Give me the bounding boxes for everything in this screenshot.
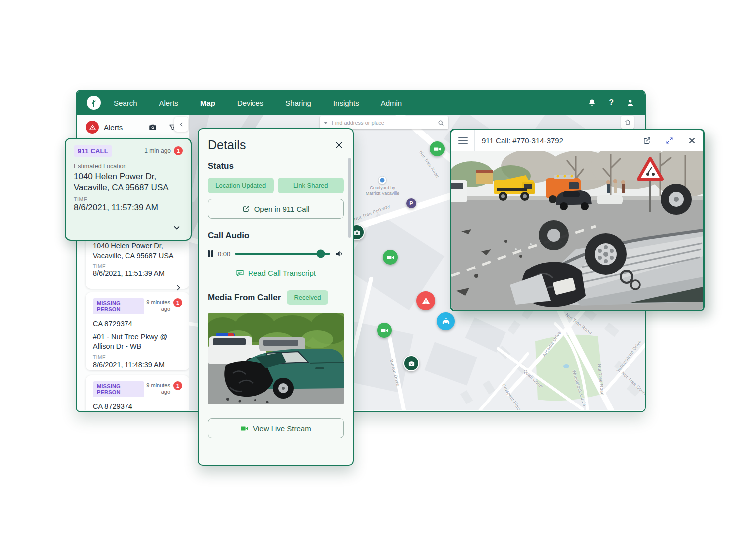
popup-title: 911 Call: #770-314-3792 — [482, 136, 563, 145]
unread-count-badge: 1 — [173, 381, 182, 390]
sidebar-title: Alerts — [104, 123, 123, 132]
video-marker[interactable] — [430, 141, 445, 156]
video-marker[interactable] — [377, 323, 392, 338]
pause-icon[interactable] — [208, 250, 213, 257]
video-marker[interactable] — [383, 250, 398, 265]
map-search-input[interactable] — [332, 120, 434, 126]
unread-count-badge: 1 — [174, 146, 183, 155]
alert-card-timestamp: 8/6/2021, 11:51:39 AM — [93, 269, 182, 279]
time-label: TIME — [93, 264, 182, 269]
open-external-icon[interactable] — [643, 136, 651, 145]
alert-card-address: 1040 Helen Power Dr, Vacaville, CA 95687… — [93, 241, 182, 261]
volume-icon[interactable] — [335, 249, 344, 258]
car-marker[interactable] — [437, 312, 455, 330]
nav-menu: Search Alerts Map Devices Sharing Insigh… — [114, 99, 402, 107]
alert-type-badge: MISSING PERSON — [93, 381, 144, 397]
menu-icon[interactable] — [458, 137, 474, 144]
alert-time-ago: 1 min ago — [144, 145, 171, 154]
map-home-button[interactable] — [621, 116, 634, 129]
media-from-caller-heading: Media From Caller — [208, 293, 281, 303]
audio-seek-slider[interactable] — [235, 253, 330, 255]
nav-item-insights[interactable]: Insights — [333, 99, 359, 107]
top-nav: Search Alerts Map Devices Sharing Insigh… — [77, 91, 645, 115]
poi-label: Courtyard by Marriott Vacaville — [364, 185, 401, 196]
alert-marker[interactable] — [416, 291, 435, 310]
hotel-marker[interactable] — [378, 176, 387, 185]
p-marker[interactable]: P — [406, 198, 416, 208]
expand-icon[interactable] — [665, 136, 674, 145]
alert-timestamp: 8/6/2021, 11:57:39 AM — [74, 203, 183, 213]
alert-type-badge: MISSING PERSON — [93, 298, 144, 314]
map-search-bar — [320, 116, 448, 129]
unread-count-badge: 1 — [173, 298, 182, 307]
crash-photo-large — [451, 151, 703, 310]
nav-item-admin[interactable]: Admin — [381, 99, 402, 107]
alert-card-timestamp: 8/6/2021, 11:48:39 AM — [93, 360, 182, 370]
profile-icon[interactable] — [626, 98, 635, 108]
nav-item-sharing[interactable]: Sharing — [285, 99, 311, 107]
alert-time-ago: 9 minutes ago — [144, 381, 170, 395]
nav-item-search[interactable]: Search — [114, 99, 137, 107]
brand-logo-icon[interactable] — [87, 96, 101, 110]
alerts-sidebar-header: Alerts — [77, 115, 189, 139]
close-icon[interactable] — [334, 140, 344, 150]
alerts-logo-icon — [86, 121, 99, 134]
alert-address: 1040 Helen Power Dr, Vacaville, CA 95687… — [74, 171, 183, 193]
audio-time: 0:00 — [218, 250, 230, 258]
help-icon[interactable]: ? — [609, 98, 614, 107]
notifications-bell-icon[interactable] — [587, 98, 597, 108]
call-media-popup: 911 Call: #770-314-3792 — [450, 129, 705, 311]
search-divider — [434, 119, 434, 127]
snapshot-camera-icon[interactable] — [145, 123, 160, 132]
video-camera-icon — [240, 424, 249, 433]
status-heading: Status — [208, 161, 344, 171]
open-in-911-call-button[interactable]: Open in 911 Call — [208, 199, 344, 219]
status-badge-link-shared: Link Shared — [278, 178, 344, 193]
close-icon[interactable] — [688, 136, 696, 145]
estimated-location-label: Estimated Location — [74, 163, 183, 170]
caller-media-thumbnail[interactable] — [208, 313, 344, 404]
call-audio-heading: Call Audio — [208, 231, 344, 241]
audio-slider-thumb[interactable] — [316, 250, 325, 258]
time-label: TIME — [74, 196, 183, 202]
nav-item-map[interactable]: Map — [200, 99, 215, 107]
alert-card-missing-person[interactable]: MISSING PERSON 9 minutes ago 1 CA 872937… — [86, 375, 189, 410]
time-label: TIME — [93, 355, 182, 360]
alert-time-ago: 9 minutes ago — [144, 298, 170, 312]
alert-card-911-expanded[interactable]: 911 CALL 1 min ago 1 Estimated Location … — [65, 138, 192, 241]
stage: Search Alerts Map Devices Sharing Insigh… — [0, 0, 756, 538]
details-scrollbar[interactable] — [348, 158, 351, 238]
read-call-transcript-link[interactable]: Read Call Transcript — [208, 269, 344, 277]
view-live-stream-button[interactable]: View Live Stream — [208, 418, 344, 438]
chevron-right-icon[interactable] — [93, 284, 182, 292]
chevron-down-icon[interactable] — [172, 223, 182, 235]
nav-item-devices[interactable]: Devices — [237, 99, 263, 107]
transcript-icon — [236, 269, 244, 277]
details-title: Details — [208, 138, 246, 152]
view-live-stream-label: View Live Stream — [253, 424, 311, 433]
popup-header-divider — [474, 130, 475, 151]
crash-photo-small — [208, 313, 344, 404]
status-badge-location-updated: Location Updated — [208, 178, 274, 193]
search-icon[interactable] — [438, 120, 444, 126]
search-type-caret-icon[interactable] — [324, 122, 328, 124]
alert-card-missing-person[interactable]: MISSING PERSON 9 minutes ago 1 CA 872937… — [86, 292, 189, 370]
alert-card-title: #01 - Nut Tree Pkwy @ Allison Dr - WB — [93, 332, 182, 352]
nav-item-alerts[interactable]: Alerts — [159, 99, 178, 107]
alert-type-badge: 911 CALL — [74, 145, 112, 157]
camera-marker[interactable] — [403, 355, 419, 371]
popup-header: 911 Call: #770-314-3792 — [451, 130, 703, 151]
received-badge: Received — [287, 290, 328, 305]
open-in-911-call-label: Open in 911 Call — [254, 205, 310, 213]
read-call-transcript-label: Read Call Transcript — [248, 269, 316, 277]
alert-card-id: CA 8729374 — [93, 402, 182, 410]
external-link-icon — [242, 205, 250, 213]
details-panel: Details Status Location Updated Link Sha… — [198, 128, 354, 466]
alert-card-id: CA 8729374 — [93, 319, 182, 329]
sidebar-collapse-button[interactable] — [174, 117, 188, 132]
